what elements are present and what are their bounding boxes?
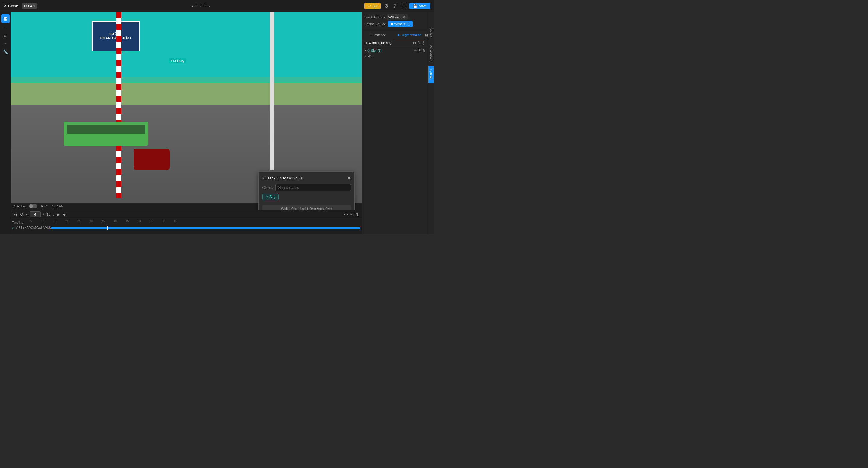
street-scene: ĐƯỜNG PHAN BỘI CHÂU #134 Sky <box>11 12 362 198</box>
visibility-button[interactable]: 👁 <box>418 48 421 53</box>
edit-button[interactable]: ✏ <box>414 48 416 53</box>
ruler-mark-65: 65 <box>174 220 177 223</box>
instance-name: ▾ ◇ Sky (1) <box>364 48 381 53</box>
frame-number-input[interactable] <box>30 211 41 218</box>
canvas-image[interactable]: ĐƯỜNG PHAN BỘI CHÂU #134 Sky <box>11 12 362 198</box>
sky-tag-label: Sky <box>270 195 276 199</box>
popup-close-button[interactable]: ✕ <box>347 175 351 181</box>
editing-source-row: Editing Source ◼ Without T... <box>364 22 426 27</box>
eye-button[interactable]: 👁 <box>299 176 304 181</box>
fullscreen-button[interactable]: ⛶ <box>400 2 407 10</box>
prev-page-button[interactable]: ‹ <box>192 3 193 9</box>
rp-top: Load Sources Withou... ✕ Editing Source … <box>362 12 428 31</box>
task-more-button[interactable]: ⋮ <box>422 41 426 45</box>
class-label: Class : <box>262 186 273 190</box>
sky-color-icon: ◇ <box>367 48 370 53</box>
page-current: 1 <box>196 4 198 8</box>
auto-load-toggle[interactable] <box>29 204 37 208</box>
classification-tab[interactable]: Classification <box>428 41 434 66</box>
next-frame-button[interactable]: › <box>53 212 54 217</box>
reload-button[interactable]: ↺ <box>20 212 24 217</box>
left-toolbar: ▦ ··· ⌂ ··· 🔧 <box>0 12 11 234</box>
class-search-input[interactable] <box>276 184 350 191</box>
qa-label: QA <box>372 4 377 8</box>
help-icon-button[interactable]: ? <box>392 2 397 10</box>
editing-source-button[interactable]: ◼ Without T... <box>388 22 413 27</box>
sign-board: ĐƯỜNG PHAN BỘI CHÂU <box>92 22 140 52</box>
top-bar-center: ‹ 1 / 1 › <box>192 3 210 9</box>
ruler-marks: 5 10 15 20 25 30 35 40 45 50 55 60 65 <box>29 220 361 223</box>
editing-source-value: Without T... <box>394 22 411 26</box>
results-tab[interactable]: Results <box>428 66 434 83</box>
ruler-mark-15: 15 <box>53 220 56 223</box>
list-item[interactable]: ▾ ◇ Sky (1) ✏ 👁 🗑 <box>362 47 428 53</box>
home-icon: ⌂ <box>4 33 6 38</box>
rotation-status: R:0° <box>41 204 48 208</box>
frame-sep: / <box>43 212 44 216</box>
timeline-cut-button[interactable]: ✂ <box>350 212 353 217</box>
top-bar: ✕ Close 0004 ℹ ‹ 1 / 1 › 🛡 QA ⚙ ? ⛶ 💾 Sa… <box>0 0 434 12</box>
ruler-mark-55: 55 <box>150 220 153 223</box>
top-bar-right: 🛡 QA ⚙ ? ⛶ 💾 Save <box>364 2 430 10</box>
editing-source-icon: ◼ <box>390 22 393 26</box>
tab-instance-label: Instance <box>373 33 386 37</box>
validity-tab[interactable]: Validity <box>428 24 434 41</box>
sky-tag[interactable]: ◇ Sky <box>262 194 279 200</box>
track-popup-header: ▾ Track Object #134 👁 ✕ <box>262 175 351 181</box>
info-icon[interactable]: ℹ <box>33 4 35 8</box>
load-sources-row: Load Sources Withou... ✕ <box>364 14 426 20</box>
wrench-icon: 🔧 <box>3 49 8 54</box>
timeline-link-button[interactable]: ⇔ <box>344 212 348 217</box>
skip-end-button[interactable]: ⏭ <box>62 212 67 217</box>
task-id-badge: 0004 ℹ <box>22 3 37 9</box>
next-page-button[interactable]: › <box>209 3 210 9</box>
frame-total: 10 <box>46 212 50 216</box>
tab-segmentation[interactable]: ◈ Segmentation <box>394 31 425 39</box>
task-label: ⊞ Without Task(1) <box>364 41 391 45</box>
editing-source-label: Editing Source <box>364 22 386 26</box>
tool-dots-2: ··· <box>4 42 6 45</box>
save-label: Save <box>418 4 427 8</box>
main-layout: ▦ ··· ⌂ ··· 🔧 ĐƯỜNG PHAN BỘI CHÂU #134 S <box>0 12 434 234</box>
timeline-label: Timeline <box>12 221 29 224</box>
canvas-area: ĐƯỜNG PHAN BỘI CHÂU #134 Sky Auto load R… <box>11 12 362 234</box>
tab-instance[interactable]: ⊞ Instance <box>362 31 394 39</box>
object-track <box>51 227 361 229</box>
ruler-mark-30: 30 <box>90 220 93 223</box>
save-button[interactable]: 💾 Save <box>409 3 430 9</box>
settings-tool-button[interactable]: 🔧 <box>1 47 10 56</box>
page-separator: / <box>200 4 201 8</box>
sky-icon: ◇ <box>266 195 268 199</box>
ruler-mark-5: 5 <box>30 220 32 223</box>
home-tool-button[interactable]: ⌂ <box>1 31 10 39</box>
skip-start-button[interactable]: ⏮ <box>13 212 18 217</box>
pole-red-white <box>116 12 121 198</box>
expand-icon: ▾ <box>364 48 366 53</box>
filter-button[interactable]: ⊟ <box>425 31 428 39</box>
close-button[interactable]: ✕ Close <box>4 4 18 8</box>
track-popup: ▾ Track Object #134 👁 ✕ Class : ◇ Sky Wi… <box>258 171 355 216</box>
close-label: Close <box>8 4 18 8</box>
timeline-delete-button[interactable]: 🗑 <box>355 212 359 217</box>
timeline-right-controls: ⇔ ✂ 🗑 <box>344 212 359 217</box>
task-icon: ⊞ <box>364 41 367 45</box>
source-tag-remove-button[interactable]: ✕ <box>403 15 406 19</box>
instance-actions: ✏ 👁 🗑 <box>414 48 426 53</box>
delete-button[interactable]: 🗑 <box>422 48 426 53</box>
timeline-ruler-area: 5 10 15 20 25 30 35 40 45 50 55 60 65 <box>29 220 361 226</box>
fill-tool-button[interactable]: ▦ <box>1 14 10 23</box>
qa-button[interactable]: 🛡 QA <box>364 3 380 9</box>
timeline-controls: ⏮ ↺ ‹ / 10 › ▶ ⏭ ⇔ ✂ 🗑 <box>11 210 362 219</box>
ruler-mark-20: 20 <box>65 220 68 223</box>
collapse-icon[interactable]: ▾ <box>262 176 264 180</box>
timeline-label-row: Timeline 5 10 15 20 25 30 35 40 45 50 55 <box>11 219 362 226</box>
task-filter-button[interactable]: ⊟ <box>413 41 416 45</box>
segmentation-icon: ◈ <box>397 33 400 37</box>
play-button[interactable]: ▶ <box>57 212 60 217</box>
save-icon: 💾 <box>413 4 417 8</box>
page-total: 1 <box>204 4 206 8</box>
prev-frame-button[interactable]: ‹ <box>26 212 27 217</box>
instance-list: ▾ ◇ Sky (1) ✏ 👁 🗑 #134 <box>362 46 428 234</box>
task-delete-button[interactable]: 🗑 <box>417 41 421 45</box>
settings-icon-button[interactable]: ⚙ <box>383 2 390 10</box>
